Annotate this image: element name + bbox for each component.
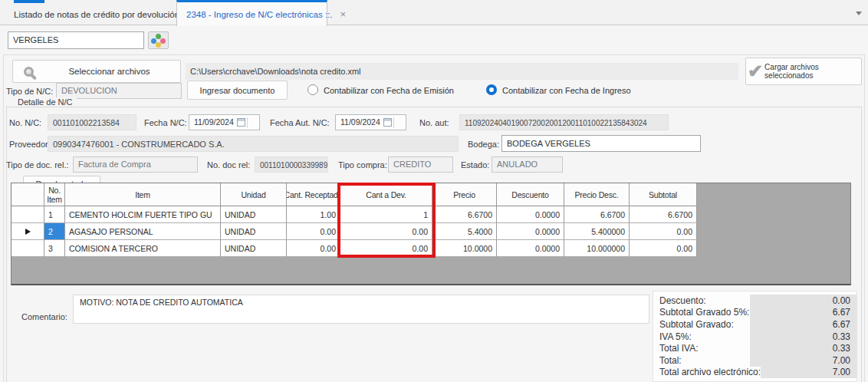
fecha-aut-label: Fecha Aut. N/C:	[270, 118, 330, 127]
calendar-icon	[383, 118, 392, 127]
total-row: Subtotal Gravado 5%: 6.67	[653, 307, 856, 319]
no-aut-label: No. aut:	[419, 118, 449, 127]
cell-precio-desc[interactable]: 6.6700	[564, 206, 630, 223]
radio-fecha-emision[interactable]	[307, 84, 318, 95]
cell-subtotal[interactable]: 0.00	[630, 223, 697, 240]
current-row-arrow-icon	[25, 229, 31, 235]
branch-select-value: VERGELES	[13, 35, 58, 44]
detalle-group-title: Detalle de N/C	[14, 97, 77, 107]
seleccionar-archivos-label: Seleccionar archivos	[38, 67, 180, 76]
divider	[247, 117, 248, 128]
fecha-nc-datepicker[interactable]: 11/09/2024	[189, 114, 260, 130]
tab-accent-strip	[14, 0, 44, 3]
cell-item[interactable]: COMISION A TERCERO	[65, 240, 221, 257]
no-doc-rel-label: No. doc rel:	[207, 160, 250, 170]
tipo-compra-select: CREDITO	[388, 156, 453, 173]
cell-item[interactable]: CEMENTO HOLCIM FUERTE TIPO GU	[65, 206, 221, 223]
cell-precio-desc[interactable]: 5.400000	[564, 223, 630, 240]
branch-select[interactable]: VERGELES	[8, 31, 144, 49]
tab-label: 2348 - Ingreso de N/C electrónicas ::.	[186, 10, 333, 19]
column-header-cant-receptada[interactable]: Cant. Receptada	[287, 183, 340, 206]
comentario-label: Comentario:	[21, 312, 67, 321]
total-value: 6.67	[750, 307, 856, 319]
fecha-nc-label: Fecha N/C:	[144, 118, 187, 127]
cell-no-item[interactable]: 1	[44, 206, 65, 223]
column-header-descuento[interactable]: Descuento	[497, 183, 564, 206]
file-path-input[interactable]: C:\Users\crchave\Downloads\nota credito.…	[186, 63, 738, 80]
cell-cant-receptada[interactable]: 1.00	[287, 206, 340, 223]
cell-cant-a-dev[interactable]: 0.00	[340, 223, 432, 240]
column-header-precio[interactable]: Precio	[432, 183, 497, 206]
cell-no-item-selected[interactable]: 2	[44, 223, 65, 240]
items-grid: No. Item Item Unidad Cant. Receptada Can…	[11, 183, 851, 285]
cell-subtotal[interactable]: 6.6700	[630, 206, 697, 223]
cell-descuento[interactable]: 0.0000	[497, 206, 564, 223]
column-header-subtotal[interactable]: Subtotal	[630, 183, 697, 206]
cell-item[interactable]: AGASAJO PERSONAL	[65, 223, 221, 240]
bodega-value: BODEGA VERGELES	[507, 139, 590, 148]
bodega-label: Bodega:	[468, 140, 499, 149]
search-icon	[24, 67, 34, 77]
cargar-archivos-button[interactable]: ✔ Cargar archivos seleccionados	[745, 58, 862, 85]
tab-ingreso-nc-electronicas[interactable]: 2348 - Ingreso de N/C electrónicas ::. ×	[176, 0, 327, 26]
fecha-aut-datepicker[interactable]: 11/09/2024	[335, 114, 406, 130]
cell-cant-receptada[interactable]: 0.00	[287, 223, 340, 240]
no-nc-label: No. N/C:	[9, 118, 41, 127]
calendar-icon	[237, 118, 245, 127]
estado-value: ANULADO	[497, 160, 538, 169]
fecha-nc-value: 11/09/2024	[194, 117, 234, 127]
total-label: Total IVA:	[653, 343, 750, 354]
cell-subtotal[interactable]: 0.00	[630, 240, 697, 257]
no-nc-field: 001101002213584	[48, 114, 136, 130]
tipo-compra-value: CREDITO	[393, 160, 431, 169]
estado-label: Estado:	[461, 160, 489, 170]
tab-bar: Listado de notas de crédito por devoluci…	[0, 0, 868, 25]
total-row: IVA 5%: 0.33	[653, 331, 856, 343]
column-header-no-item[interactable]: No. Item	[44, 183, 65, 206]
tipo-nc-select: DEVOLUCION	[56, 83, 182, 99]
tipo-compra-label: Tipo compra:	[338, 160, 387, 170]
column-header-item[interactable]: Item	[65, 183, 221, 206]
table-row-selected[interactable]: 2 AGASAJO PERSONAL UNIDAD 0.00 0.00 5.40…	[12, 223, 850, 240]
cell-descuento[interactable]: 0.0000	[497, 223, 564, 240]
column-header-unidad[interactable]: Unidad	[221, 183, 287, 206]
seleccionar-archivos-button[interactable]: Seleccionar archivos	[12, 60, 181, 83]
total-value: 7.00	[761, 367, 856, 379]
column-header-cant-a-dev[interactable]: Cant a Dev.	[340, 183, 432, 206]
total-label: Subtotal Gravado:	[653, 319, 750, 330]
cell-precio-desc[interactable]: 10.000000	[564, 240, 630, 257]
total-label: Total:	[653, 355, 750, 366]
comentario-textarea[interactable]: MOTIVO: NOTA DE CREDITO AUTOMATICA	[73, 295, 649, 324]
cell-unidad[interactable]: UNIDAD	[221, 223, 287, 240]
total-value: 0.33	[750, 342, 856, 354]
row-indicator	[12, 206, 44, 223]
total-row: Total: 7.00	[653, 354, 856, 367]
ingresar-documento-button[interactable]: Ingresar documento	[187, 81, 288, 100]
close-icon[interactable]: ×	[340, 9, 347, 19]
cell-precio[interactable]: 5.4000	[432, 223, 497, 240]
total-value: 0.33	[750, 331, 856, 343]
column-header-precio-desc[interactable]: Precio Desc.	[564, 183, 630, 206]
cell-cant-a-dev[interactable]: 1	[340, 206, 432, 223]
total-label: Total archivo electrónico:	[653, 367, 761, 377]
cell-precio[interactable]: 6.6700	[432, 206, 497, 223]
cell-precio[interactable]: 10.0000	[432, 240, 497, 257]
grid-header-row: No. Item Item Unidad Cant. Receptada Can…	[12, 183, 850, 206]
bodega-select[interactable]: BODEGA VERGELES	[501, 135, 701, 152]
tab-overflow-chevron-icon[interactable]	[856, 12, 862, 15]
tipo-nc-value: DEVOLUCION	[61, 86, 117, 95]
totals-panel: Descuento: 0.00 Subtotal Gravado 5%: 6.6…	[653, 291, 857, 382]
tab-listado-notas-credito[interactable]: Listado de notas de crédito por devoluci…	[5, 5, 199, 25]
table-row[interactable]: 1 CEMENTO HOLCIM FUERTE TIPO GU UNIDAD 1…	[12, 206, 850, 223]
check-icon: ✔	[748, 62, 763, 81]
cell-descuento[interactable]: 0.0000	[497, 240, 564, 257]
tipo-doc-rel-label: Tipo de doc. rel.:	[6, 160, 69, 170]
cell-cant-a-dev[interactable]: 0.00	[340, 240, 432, 257]
cell-unidad[interactable]: UNIDAD	[221, 240, 287, 257]
cell-cant-receptada[interactable]: 0.00	[287, 240, 340, 257]
cell-unidad[interactable]: UNIDAD	[221, 206, 287, 223]
color-palette-button[interactable]	[148, 31, 169, 49]
cell-no-item[interactable]: 3	[44, 240, 65, 257]
radio-fecha-ingreso[interactable]	[486, 84, 497, 95]
table-row[interactable]: 3 COMISION A TERCERO UNIDAD 0.00 0.00 10…	[12, 240, 850, 257]
